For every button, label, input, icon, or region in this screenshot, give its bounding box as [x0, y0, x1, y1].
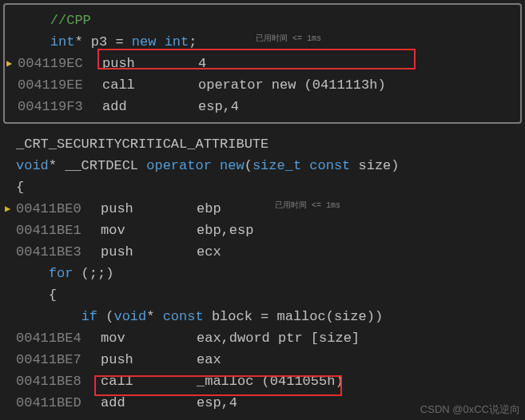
- brace-line: {: [3, 176, 522, 198]
- var-name: p3: [91, 34, 107, 50]
- asm-operand: _malloc (0411055h): [197, 374, 344, 389]
- asm-address: 004119F3: [18, 99, 102, 114]
- attribute-macro: _CRT_SECURITYCRITICAL_ATTRIBUTE: [16, 137, 268, 152]
- star: *: [49, 158, 57, 173]
- param-name: size: [359, 158, 392, 173]
- timing-label: 已用时间 <= 1ms: [256, 33, 321, 44]
- call-conv: __CRTDECL: [57, 158, 146, 173]
- void-type: void: [113, 309, 146, 324]
- asm-address: 00411BE1: [16, 223, 101, 238]
- asm-address: 00411BE0: [16, 201, 101, 216]
- arg-size: size: [334, 309, 367, 324]
- asm-address: 00411BE3: [16, 244, 101, 260]
- disassembly-panel-bottom: _CRT_SECURITYCRITICAL_ATTRIBUTE void* __…: [3, 127, 522, 420]
- asm-address: 00411BE8: [16, 374, 101, 389]
- source-line-comment: //CPP: [5, 10, 520, 31]
- indent: [16, 309, 82, 324]
- func-decl-line: void* __CRTDECL operator new(size_t cons…: [3, 155, 522, 176]
- for-keyword: for: [49, 266, 74, 281]
- asm-line: 00411BE7pusheax: [3, 349, 522, 370]
- star: *: [146, 309, 154, 324]
- asm-line: 004119EEcalloperator new (0411113h): [5, 74, 520, 96]
- asm-mnemonic: add: [102, 99, 198, 114]
- paren: )): [367, 309, 383, 324]
- asm-address: 00411BE7: [16, 352, 101, 367]
- indent: [16, 266, 49, 281]
- asm-line: ▶ 00411BE0pushebp: [3, 198, 522, 220]
- asm-operand: 4: [198, 56, 206, 71]
- asm-mnemonic: push: [101, 352, 197, 367]
- asm-line: ▶ 004119ECpush4: [5, 53, 520, 74]
- asm-address: 004119EE: [18, 77, 102, 93]
- brace-line: {: [3, 284, 522, 306]
- asm-line: 00411BE8call_malloc (0411055h): [3, 370, 522, 392]
- new-kw: new: [212, 158, 245, 173]
- asm-mnemonic: mov: [101, 223, 197, 238]
- asm-mnemonic: add: [101, 395, 197, 410]
- asm-operand: ebp: [197, 201, 221, 216]
- breakpoint-marker-icon: ▶: [5, 203, 10, 215]
- for-line: for (;;): [3, 263, 522, 284]
- var-block: block: [212, 309, 253, 324]
- asm-address: 00411BE4: [16, 331, 101, 346]
- asm-mnemonic: push: [101, 244, 197, 260]
- var-name: [83, 34, 91, 50]
- attr-macro-line: _CRT_SECURITYCRITICAL_ATTRIBUTE: [3, 133, 522, 155]
- paren: (: [245, 158, 253, 173]
- disassembly-panel-top: //CPP int* p3 = new int; ▶ 004119ECpush4…: [3, 3, 522, 124]
- asm-address: 004119EC: [18, 56, 102, 71]
- malloc-call: malloc: [277, 309, 326, 324]
- asm-operand: ecx: [197, 244, 221, 260]
- brace: {: [49, 287, 57, 303]
- new-type: int: [156, 34, 189, 50]
- if-line: if (void* const block = malloc(size)): [3, 306, 522, 327]
- asm-operand: ebp,esp: [197, 223, 253, 238]
- ret-type: void: [16, 158, 49, 173]
- star: *: [74, 34, 82, 50]
- asm-line: 00411BE1movebp,esp: [3, 220, 522, 241]
- asm-mnemonic: call: [101, 374, 197, 389]
- const-kw: const: [154, 309, 211, 324]
- asm-operand: operator new (0411113h): [198, 77, 386, 93]
- breakpoint-marker-icon: ▶: [6, 57, 12, 69]
- asm-mnemonic: call: [102, 77, 198, 93]
- asm-address: 00411BED: [16, 395, 101, 410]
- const-kw: const: [301, 158, 358, 173]
- asm-line: 00411BE3pushecx: [3, 241, 522, 263]
- equals: =: [253, 309, 277, 324]
- indent: [18, 13, 50, 28]
- asm-line: 004119F3addesp,4: [5, 96, 520, 117]
- asm-mnemonic: mov: [101, 331, 197, 346]
- asm-operand: eax,dword ptr [size]: [197, 331, 360, 346]
- cpp-comment: //CPP: [50, 13, 91, 28]
- asm-mnemonic: push: [101, 201, 197, 216]
- operator-kw: operator: [146, 158, 212, 173]
- type-keyword: int: [50, 34, 75, 50]
- semicolon: ;: [189, 34, 197, 50]
- for-expr: (;;): [73, 266, 113, 281]
- asm-mnemonic: push: [102, 56, 198, 71]
- paren: (: [326, 309, 334, 324]
- indent: [18, 34, 50, 50]
- indent: [16, 287, 49, 303]
- param-type: size_t: [253, 158, 301, 173]
- equals: =: [107, 34, 132, 50]
- paren: ): [391, 158, 399, 173]
- watermark-text: CSDN @0xCC说逆向: [420, 402, 520, 417]
- timing-label: 已用时间 <= 1ms: [275, 200, 340, 211]
- brace: {: [16, 180, 24, 195]
- new-keyword: new: [132, 34, 157, 50]
- asm-operand: eax: [197, 352, 221, 367]
- asm-line: 00411BE4moveax,dword ptr [size]: [3, 327, 522, 349]
- asm-operand: esp,4: [197, 395, 237, 410]
- if-keyword: if: [82, 309, 97, 324]
- paren: (: [97, 309, 113, 324]
- asm-operand: esp,4: [198, 99, 239, 114]
